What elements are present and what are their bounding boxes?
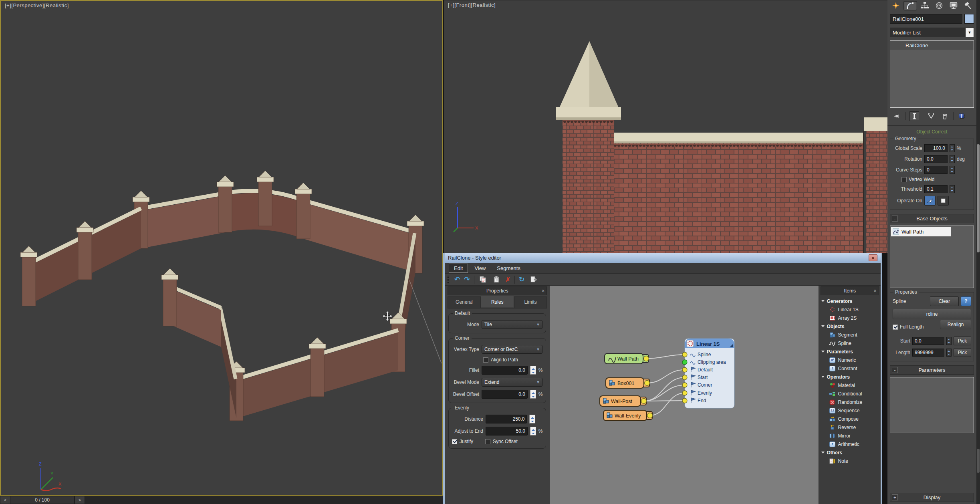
group-parameters[interactable]: Parameters (821, 347, 879, 356)
menu-segments[interactable]: Segments (492, 264, 525, 272)
menu-edit[interactable]: Edit (449, 264, 468, 273)
node-wall-path[interactable]: Wall Path (605, 353, 649, 364)
threshold-spinner[interactable] (950, 185, 955, 193)
tab-limits[interactable]: Limits (514, 296, 547, 308)
style-editor-titlebar[interactable]: RailClone - Style editor × (445, 253, 881, 263)
clear-spline-button[interactable]: Clear (930, 296, 959, 306)
vertex-weld-checkbox[interactable] (901, 177, 907, 182)
tab-create[interactable] (889, 1, 903, 10)
group-operators[interactable]: Operators (821, 373, 879, 381)
paste-icon[interactable] (492, 275, 502, 284)
global-scale-spinner[interactable] (950, 144, 955, 152)
length-pick-button[interactable]: Pick (954, 348, 971, 357)
mode-dropdown[interactable]: Tile ▼ (482, 320, 542, 329)
undo-icon[interactable]: ↶ (454, 276, 460, 283)
item-segment[interactable]: Segment (821, 331, 879, 339)
port-default[interactable] (682, 367, 687, 372)
node-linear-1s-generator[interactable]: Linear 1S (682, 339, 734, 408)
align-to-path-checkbox[interactable] (483, 357, 488, 363)
tab-utilities[interactable] (961, 1, 975, 10)
refresh-icon[interactable]: ↻ (519, 276, 524, 283)
object-name-field[interactable]: RailClone001 (890, 14, 962, 24)
item-compose[interactable]: Compose (821, 415, 879, 423)
item-mirror[interactable]: Mirror (821, 431, 879, 440)
port-corner[interactable] (682, 383, 687, 387)
modifier-list-dropdown[interactable]: Modifier List (890, 28, 965, 37)
close-panel-icon[interactable]: × (871, 288, 879, 294)
port-output[interactable] (647, 413, 653, 418)
collapse-icon[interactable]: - (892, 216, 898, 222)
remove-modifier-icon[interactable] (940, 111, 950, 121)
modifier-stack[interactable]: RailClone (890, 40, 974, 108)
full-length-checkbox[interactable] (893, 325, 898, 330)
vertex-type-dropdown[interactable]: Corner or BezC ▼ (482, 345, 542, 354)
tab-general[interactable]: General (448, 296, 481, 308)
sync-offset-checkbox[interactable] (485, 439, 490, 444)
fillet-spinner[interactable] (530, 366, 536, 375)
scrollbar-thumb[interactable] (977, 144, 980, 252)
viewport-perspective[interactable]: [+][Perspective][Realistic] (0, 0, 443, 496)
bevel-mode-dropdown[interactable]: Extend ▼ (482, 378, 542, 387)
node-wall-post[interactable]: Wall-Post (600, 396, 647, 406)
object-color-swatch[interactable] (964, 14, 974, 24)
group-generators[interactable]: Generators (821, 297, 879, 305)
justify-checkbox[interactable] (452, 439, 457, 444)
timeline-track[interactable] (85, 496, 443, 504)
start-spinner[interactable] (946, 337, 952, 345)
port-clipping-area[interactable] (682, 360, 687, 365)
port-evenly[interactable] (682, 391, 687, 395)
curve-steps-field[interactable]: 0 (924, 166, 948, 174)
group-objects[interactable]: Objects (821, 322, 879, 331)
item-material[interactable]: Material (821, 381, 879, 389)
base-objects-rollout[interactable]: - Base Objects (890, 214, 974, 223)
frame-prev-button[interactable]: < (0, 496, 10, 504)
global-scale-field[interactable]: 100.0 (924, 144, 948, 152)
pin-stack-icon[interactable] (892, 111, 902, 121)
distance-spinner[interactable] (529, 415, 535, 423)
collapse-icon[interactable]: - (892, 367, 898, 373)
node-graph-canvas[interactable]: Linear 1S (550, 286, 819, 504)
adjust-to-end-field[interactable]: 50.0 (486, 427, 528, 435)
tab-hierarchy[interactable] (918, 1, 932, 10)
frame-counter[interactable]: 0 / 100 (10, 496, 75, 504)
item-sequence[interactable]: 12Sequence (821, 406, 879, 415)
item-note[interactable]: Note (821, 457, 879, 465)
viewport-label[interactable]: [+][Perspective][Realistic] (5, 2, 69, 8)
curve-steps-spinner[interactable] (950, 166, 955, 174)
delete-icon[interactable]: ✗ (506, 276, 511, 282)
adjust-to-end-spinner[interactable] (530, 427, 536, 435)
item-randomize[interactable]: Randomize (821, 398, 879, 406)
operate-on-surface-button[interactable] (938, 196, 949, 206)
export-icon[interactable] (528, 275, 538, 284)
display-rollout[interactable]: + Display (890, 493, 974, 502)
port-output[interactable] (641, 399, 647, 404)
item-constant[interactable]: 2Constant (821, 364, 879, 373)
chevron-down-icon[interactable]: ▼ (965, 28, 974, 37)
port-output[interactable] (644, 356, 649, 361)
bevel-offset-spinner[interactable] (530, 390, 536, 399)
viewport-label[interactable]: [+][Front][Realistic] (448, 2, 496, 8)
menu-view[interactable]: View (470, 264, 490, 272)
item-reverse[interactable]: Reverse (821, 423, 879, 431)
port-spline[interactable] (682, 352, 687, 357)
rotation-spinner[interactable] (950, 155, 955, 163)
close-window-button[interactable]: × (869, 254, 877, 261)
viewport-front[interactable]: [+][Front][Realistic] (444, 0, 887, 253)
parameters-rollout[interactable]: - Parameters (890, 365, 974, 375)
base-objects-list[interactable]: Wall Path (890, 226, 974, 288)
toolbar-grip[interactable] (446, 275, 450, 284)
rotation-field[interactable]: 0.0 (924, 155, 948, 163)
make-unique-icon[interactable] (927, 111, 936, 121)
tab-modify[interactable] (903, 1, 917, 10)
start-field[interactable]: 0.0 (912, 337, 944, 345)
expand-icon[interactable]: + (892, 494, 898, 500)
item-linear-1s[interactable]: Linear 1S (821, 305, 879, 314)
tab-rules[interactable]: Rules (481, 296, 514, 307)
scrollbar-thumb[interactable] (977, 449, 980, 473)
group-others[interactable]: Others (821, 448, 879, 457)
configure-modifier-sets-icon[interactable] (957, 111, 967, 121)
start-pick-button[interactable]: Pick (954, 337, 971, 345)
frame-next-button[interactable]: > (75, 496, 85, 504)
port-end[interactable] (682, 398, 687, 403)
operate-on-spline-button[interactable] (924, 196, 936, 206)
